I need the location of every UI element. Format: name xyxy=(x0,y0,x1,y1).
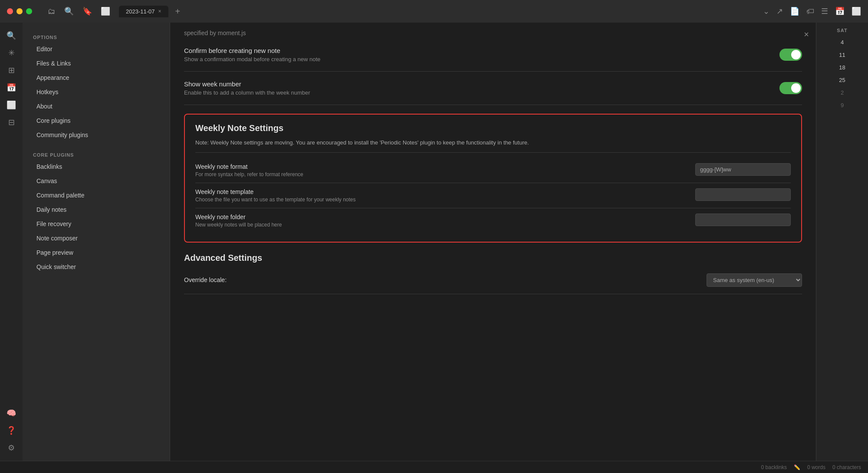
cal-day-4[interactable]: 4 xyxy=(822,36,863,48)
calendar-icon[interactable]: 📅 xyxy=(835,7,845,16)
settings-sidebar: Options Editor Files & Links Appearance … xyxy=(23,23,170,461)
confirm-title: Confirm before creating new note xyxy=(184,47,320,54)
sidebar-blocks-icon[interactable]: ⊞ xyxy=(3,62,19,78)
weekly-settings-title: Weekly Note Settings xyxy=(195,123,791,133)
cal-day-9[interactable]: 9 xyxy=(822,99,863,111)
sidebar-item-canvas[interactable]: Canvas xyxy=(26,174,166,188)
weekly-format-desc: For more syntax help, refer to format re… xyxy=(195,171,303,177)
options-header: Options xyxy=(23,31,170,42)
sidebar-item-editor[interactable]: Editor xyxy=(26,42,166,56)
sidebar-item-backlinks[interactable]: Backlinks xyxy=(26,160,166,174)
active-tab[interactable]: 2023-11-07 × xyxy=(119,6,168,17)
open-in-icon[interactable]: ↗ xyxy=(776,7,783,16)
weekly-template-info: Weekly note template Choose the file you… xyxy=(195,188,356,203)
settings-content: × specified by moment.js Confirm before … xyxy=(170,23,816,461)
confirm-info: Confirm before creating new note Show a … xyxy=(184,47,320,62)
core-plugins-header: Core plugins xyxy=(23,149,170,159)
override-locale-label: Override locale: xyxy=(184,276,227,283)
sidebar-graph-icon[interactable]: ✳ xyxy=(3,45,19,61)
cal-day-18[interactable]: 18 xyxy=(822,62,863,73)
sidebar-item-note-composer[interactable]: Note composer xyxy=(26,231,166,245)
titlebar: 🗂 🔍 🔖 ⬜ 2023-11-07 × + ⌄ ↗ 📄 🏷 ☰ 📅 ⬜ xyxy=(0,0,868,23)
weekly-format-input[interactable] xyxy=(695,163,791,176)
sidebar-brain-icon[interactable]: 🧠 xyxy=(3,405,19,421)
backlinks-count: 0 backlinks xyxy=(761,464,787,470)
split-view-icon[interactable]: ⬜ xyxy=(852,7,861,16)
sidebar-item-hotkeys[interactable]: Hotkeys xyxy=(26,85,166,99)
confirm-toggle[interactable] xyxy=(779,49,802,61)
weekly-folder-desc: New weekly notes will be placed here xyxy=(195,222,282,228)
override-locale-row: Override locale: Same as system (en-us) xyxy=(184,266,802,294)
advanced-settings-title: Advanced Settings xyxy=(184,253,802,263)
tag-icon[interactable]: 🏷 xyxy=(806,7,814,16)
sidebar-item-page-preview[interactable]: Page preview xyxy=(26,246,166,259)
week-number-title: Show week number xyxy=(184,80,310,88)
weekly-template-title: Weekly note template xyxy=(195,188,356,195)
weekly-settings-note: Note: Weekly Note settings are moving. Y… xyxy=(195,138,791,147)
sidebar-item-files-links[interactable]: Files & Links xyxy=(26,56,166,70)
week-number-setting-row: Show week number Enable this to add a co… xyxy=(184,72,802,105)
scrolled-top-text: specified by moment.js xyxy=(184,23,802,38)
cal-day-2[interactable]: 2 xyxy=(822,87,863,99)
cal-day-25[interactable]: 25 xyxy=(822,74,863,86)
week-number-info: Show week number Enable this to add a co… xyxy=(184,80,310,96)
characters-status: 0 characters xyxy=(832,464,861,470)
characters-count: 0 characters xyxy=(832,464,861,470)
sidebar-template-icon[interactable]: ⬜ xyxy=(3,97,19,113)
weekly-folder-row: Weekly note folder New weekly notes will… xyxy=(195,208,791,233)
calendar-header: SAT xyxy=(837,28,847,33)
titlebar-right-icons: ⌄ ↗ 📄 🏷 ☰ 📅 ⬜ xyxy=(763,7,861,16)
sidebar-settings-icon[interactable]: ⚙ xyxy=(3,440,19,456)
sidebar-item-core-plugins-option[interactable]: Core plugins xyxy=(26,114,166,128)
week-number-toggle[interactable] xyxy=(779,82,802,94)
weekly-folder-input[interactable] xyxy=(695,214,791,226)
sidebar-help-icon[interactable]: ❓ xyxy=(3,423,19,438)
bookmark-icon[interactable]: 🔖 xyxy=(82,7,92,16)
chevron-down-icon[interactable]: ⌄ xyxy=(763,7,769,16)
main-area: 🔍 ✳ ⊞ 📅 ⬜ ⊟ 🧠 ❓ ⚙ Options Editor Files &… xyxy=(0,23,868,461)
sidebar-item-quick-switcher[interactable]: Quick switcher xyxy=(26,260,166,274)
weekly-template-desc: Choose the file you want to use as the t… xyxy=(195,197,356,203)
close-button[interactable]: × xyxy=(804,30,809,39)
weekly-template-input[interactable] xyxy=(695,188,791,201)
weekly-format-info: Weekly note format For more syntax help,… xyxy=(195,163,303,177)
weekly-folder-info: Weekly note folder New weekly notes will… xyxy=(195,214,282,228)
weekly-note-settings-box: Weekly Note Settings Note: Weekly Note s… xyxy=(184,114,802,243)
weekly-template-row: Weekly note template Choose the file you… xyxy=(195,183,791,208)
maximize-traffic-light[interactable] xyxy=(26,8,32,14)
tab-close-button[interactable]: × xyxy=(158,8,161,14)
icon-sidebar: 🔍 ✳ ⊞ 📅 ⬜ ⊟ 🧠 ❓ ⚙ xyxy=(0,23,23,461)
traffic-lights xyxy=(7,8,32,14)
sidebar-toggle-icon[interactable]: ⬜ xyxy=(101,7,110,16)
calendar-grid: 4 11 18 25 2 9 xyxy=(816,36,868,111)
sidebar-item-command-palette[interactable]: Command palette xyxy=(26,188,166,202)
folder-icon[interactable]: 🗂 xyxy=(48,7,56,16)
override-locale-select[interactable]: Same as system (en-us) xyxy=(707,273,802,287)
sidebar-item-daily-notes[interactable]: Daily notes xyxy=(26,203,166,217)
pencil-icon-status: ✏️ xyxy=(794,464,800,470)
words-count: 0 words xyxy=(807,464,825,470)
words-status: 0 words xyxy=(807,464,825,470)
sidebar-item-file-recovery[interactable]: File recovery xyxy=(26,217,166,231)
sidebar-search-icon[interactable]: 🔍 xyxy=(3,28,19,43)
new-tab-button[interactable]: + xyxy=(175,7,181,16)
sidebar-calendar2-icon[interactable]: 📅 xyxy=(3,80,19,95)
icon-sidebar-bottom: 🧠 ❓ ⚙ xyxy=(3,405,19,456)
minimize-traffic-light[interactable] xyxy=(16,8,23,14)
sidebar-table-icon[interactable]: ⊟ xyxy=(3,115,19,130)
weekly-folder-title: Weekly note folder xyxy=(195,214,282,220)
confirm-desc: Show a confirmation modal before creatin… xyxy=(184,56,320,62)
close-traffic-light[interactable] xyxy=(7,8,13,14)
sidebar-item-about[interactable]: About xyxy=(26,99,166,113)
weekly-format-row: Weekly note format For more syntax help,… xyxy=(195,158,791,183)
list-icon[interactable]: ☰ xyxy=(821,7,828,16)
search-icon[interactable]: 🔍 xyxy=(64,7,74,16)
sidebar-item-community-plugins[interactable]: Community plugins xyxy=(26,128,166,142)
cal-day-11[interactable]: 11 xyxy=(822,49,863,61)
statusbar: 0 backlinks ✏️ 0 words 0 characters xyxy=(0,461,868,473)
tab-label: 2023-11-07 xyxy=(126,8,155,15)
file-icon[interactable]: 📄 xyxy=(790,7,799,16)
backlinks-status: 0 backlinks xyxy=(761,464,787,470)
sidebar-item-appearance[interactable]: Appearance xyxy=(26,71,166,85)
weekly-format-title: Weekly note format xyxy=(195,163,303,170)
